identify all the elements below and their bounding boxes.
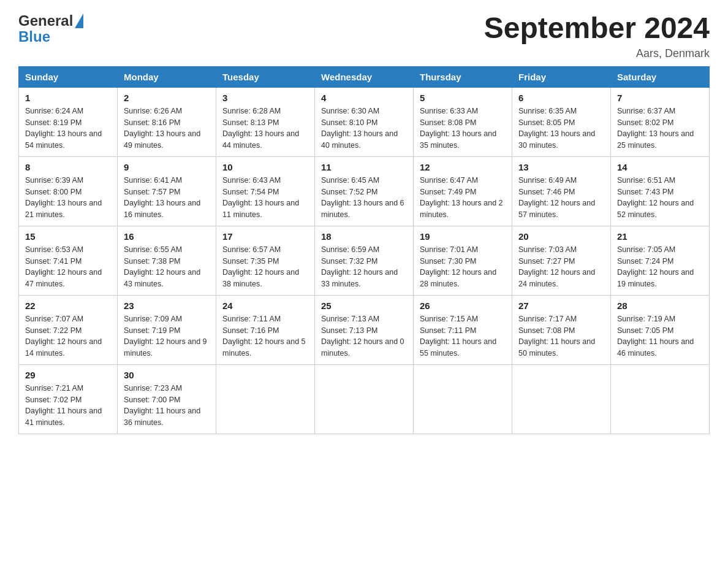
calendar-cell: 24Sunrise: 7:11 AMSunset: 7:16 PMDayligh…: [216, 295, 315, 364]
header-wednesday: Wednesday: [315, 66, 414, 87]
calendar-cell: 17Sunrise: 6:57 AMSunset: 7:35 PMDayligh…: [216, 226, 315, 295]
day-number: 18: [321, 231, 407, 242]
day-number: 16: [124, 231, 210, 242]
day-number: 13: [518, 162, 604, 172]
calendar-cell: [512, 364, 611, 434]
calendar-week-2: 8Sunrise: 6:39 AMSunset: 8:00 PMDaylight…: [19, 156, 710, 226]
day-info: Sunrise: 7:05 AMSunset: 7:24 PMDaylight:…: [617, 244, 703, 290]
day-info: Sunrise: 6:33 AMSunset: 8:08 PMDaylight:…: [420, 105, 506, 151]
day-info: Sunrise: 7:15 AMSunset: 7:11 PMDaylight:…: [420, 313, 506, 359]
day-info: Sunrise: 7:23 AMSunset: 7:00 PMDaylight:…: [124, 383, 210, 429]
day-info: Sunrise: 6:26 AMSunset: 8:16 PMDaylight:…: [124, 105, 210, 151]
day-number: 6: [518, 93, 604, 103]
day-info: Sunrise: 7:09 AMSunset: 7:19 PMDaylight:…: [124, 313, 210, 359]
day-info: Sunrise: 6:45 AMSunset: 7:52 PMDaylight:…: [321, 175, 407, 221]
calendar-cell: 8Sunrise: 6:39 AMSunset: 8:00 PMDaylight…: [19, 156, 118, 226]
header-sunday: Sunday: [19, 66, 118, 87]
calendar-cell: 2Sunrise: 6:26 AMSunset: 8:16 PMDaylight…: [118, 87, 216, 156]
day-number: 24: [222, 301, 308, 311]
day-info: Sunrise: 6:35 AMSunset: 8:05 PMDaylight:…: [518, 105, 604, 151]
calendar-cell: 15Sunrise: 6:53 AMSunset: 7:41 PMDayligh…: [19, 226, 118, 295]
day-number: 12: [420, 162, 506, 172]
day-number: 4: [321, 93, 407, 103]
day-number: 22: [25, 301, 111, 311]
day-info: Sunrise: 7:17 AMSunset: 7:08 PMDaylight:…: [518, 313, 604, 359]
calendar-week-5: 29Sunrise: 7:21 AMSunset: 7:02 PMDayligh…: [19, 364, 710, 434]
calendar-cell: 18Sunrise: 6:59 AMSunset: 7:32 PMDayligh…: [315, 226, 414, 295]
logo-general-text: General: [18, 12, 73, 29]
calendar-cell: 5Sunrise: 6:33 AMSunset: 8:08 PMDaylight…: [414, 87, 512, 156]
day-info: Sunrise: 7:07 AMSunset: 7:22 PMDaylight:…: [25, 313, 111, 359]
day-number: 23: [124, 301, 210, 311]
calendar-cell: [315, 364, 414, 434]
day-info: Sunrise: 6:28 AMSunset: 8:13 PMDaylight:…: [222, 105, 308, 151]
calendar-week-4: 22Sunrise: 7:07 AMSunset: 7:22 PMDayligh…: [19, 295, 710, 364]
day-info: Sunrise: 7:11 AMSunset: 7:16 PMDaylight:…: [222, 313, 308, 359]
calendar-cell: 27Sunrise: 7:17 AMSunset: 7:08 PMDayligh…: [512, 295, 611, 364]
calendar-table: SundayMondayTuesdayWednesdayThursdayFrid…: [18, 66, 710, 434]
header-thursday: Thursday: [414, 66, 512, 87]
calendar-cell: 10Sunrise: 6:43 AMSunset: 7:54 PMDayligh…: [216, 156, 315, 226]
calendar-cell: 3Sunrise: 6:28 AMSunset: 8:13 PMDaylight…: [216, 87, 315, 156]
calendar-cell: 23Sunrise: 7:09 AMSunset: 7:19 PMDayligh…: [118, 295, 216, 364]
day-number: 17: [222, 231, 308, 242]
day-info: Sunrise: 6:57 AMSunset: 7:35 PMDaylight:…: [222, 244, 308, 290]
calendar-cell: [611, 364, 710, 434]
header-monday: Monday: [118, 66, 216, 87]
calendar-cell: 1Sunrise: 6:24 AMSunset: 8:19 PMDaylight…: [19, 87, 118, 156]
day-number: 11: [321, 162, 407, 172]
day-number: 14: [617, 162, 703, 172]
day-info: Sunrise: 7:03 AMSunset: 7:27 PMDaylight:…: [518, 244, 604, 290]
calendar-cell: 16Sunrise: 6:55 AMSunset: 7:38 PMDayligh…: [118, 226, 216, 295]
day-info: Sunrise: 7:19 AMSunset: 7:05 PMDaylight:…: [617, 313, 703, 359]
calendar-cell: 25Sunrise: 7:13 AMSunset: 7:13 PMDayligh…: [315, 295, 414, 364]
calendar-cell: 30Sunrise: 7:23 AMSunset: 7:00 PMDayligh…: [118, 364, 216, 434]
day-info: Sunrise: 6:49 AMSunset: 7:46 PMDaylight:…: [518, 175, 604, 221]
day-info: Sunrise: 6:41 AMSunset: 7:57 PMDaylight:…: [124, 175, 210, 221]
day-info: Sunrise: 6:39 AMSunset: 8:00 PMDaylight:…: [25, 175, 111, 221]
calendar-cell: 20Sunrise: 7:03 AMSunset: 7:27 PMDayligh…: [512, 226, 611, 295]
title-area: September 2024 Aars, Denmark: [484, 12, 710, 60]
day-info: Sunrise: 6:30 AMSunset: 8:10 PMDaylight:…: [321, 105, 407, 151]
day-number: 2: [124, 93, 210, 103]
calendar-cell: 9Sunrise: 6:41 AMSunset: 7:57 PMDaylight…: [118, 156, 216, 226]
day-info: Sunrise: 6:47 AMSunset: 7:49 PMDaylight:…: [420, 175, 506, 221]
day-number: 29: [25, 370, 111, 380]
day-number: 10: [222, 162, 308, 172]
logo: General Blue: [18, 12, 83, 45]
day-number: 19: [420, 231, 506, 242]
location: Aars, Denmark: [484, 47, 710, 60]
calendar-cell: 11Sunrise: 6:45 AMSunset: 7:52 PMDayligh…: [315, 156, 414, 226]
day-info: Sunrise: 7:21 AMSunset: 7:02 PMDaylight:…: [25, 383, 111, 429]
calendar-cell: 28Sunrise: 7:19 AMSunset: 7:05 PMDayligh…: [611, 295, 710, 364]
day-number: 27: [518, 301, 604, 311]
day-number: 5: [420, 93, 506, 103]
calendar-cell: 22Sunrise: 7:07 AMSunset: 7:22 PMDayligh…: [19, 295, 118, 364]
day-number: 25: [321, 301, 407, 311]
day-number: 26: [420, 301, 506, 311]
month-title: September 2024: [484, 12, 710, 45]
calendar-week-3: 15Sunrise: 6:53 AMSunset: 7:41 PMDayligh…: [19, 226, 710, 295]
calendar-cell: 14Sunrise: 6:51 AMSunset: 7:43 PMDayligh…: [611, 156, 710, 226]
calendar-cell: [414, 364, 512, 434]
header-tuesday: Tuesday: [216, 66, 315, 87]
calendar-cell: [216, 364, 315, 434]
logo-blue-text: Blue: [18, 28, 50, 45]
header-friday: Friday: [512, 66, 611, 87]
calendar-cell: 19Sunrise: 7:01 AMSunset: 7:30 PMDayligh…: [414, 226, 512, 295]
header: General Blue September 2024 Aars, Denmar…: [18, 12, 710, 60]
day-number: 8: [25, 162, 111, 172]
day-info: Sunrise: 6:43 AMSunset: 7:54 PMDaylight:…: [222, 175, 308, 221]
calendar-cell: 13Sunrise: 6:49 AMSunset: 7:46 PMDayligh…: [512, 156, 611, 226]
header-saturday: Saturday: [611, 66, 710, 87]
day-number: 15: [25, 231, 111, 242]
day-info: Sunrise: 6:51 AMSunset: 7:43 PMDaylight:…: [617, 175, 703, 221]
calendar-cell: 21Sunrise: 7:05 AMSunset: 7:24 PMDayligh…: [611, 226, 710, 295]
calendar-week-1: 1Sunrise: 6:24 AMSunset: 8:19 PMDaylight…: [19, 87, 710, 156]
calendar-cell: 6Sunrise: 6:35 AMSunset: 8:05 PMDaylight…: [512, 87, 611, 156]
day-info: Sunrise: 6:37 AMSunset: 8:02 PMDaylight:…: [617, 105, 703, 151]
day-number: 7: [617, 93, 703, 103]
calendar-cell: 26Sunrise: 7:15 AMSunset: 7:11 PMDayligh…: [414, 295, 512, 364]
day-info: Sunrise: 6:24 AMSunset: 8:19 PMDaylight:…: [25, 105, 111, 151]
day-number: 3: [222, 93, 308, 103]
